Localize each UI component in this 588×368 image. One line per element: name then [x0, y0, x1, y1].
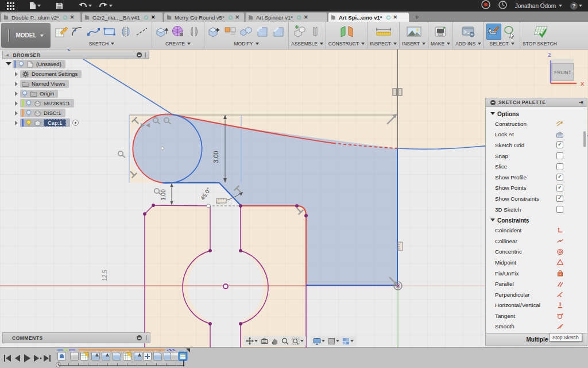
browser-item-cap-active[interactable]: Cap:1 — [2, 118, 149, 128]
dimension-radial-value[interactable]: 12.5 — [102, 270, 108, 281]
new-tab-button[interactable]: + — [410, 12, 424, 22]
browser-item-document-settings[interactable]: Document Settings — [2, 69, 149, 79]
extrude-button[interactable] — [154, 24, 169, 40]
document-tab-5-active[interactable]: Art Spi...emo v1* ✕ — [328, 12, 409, 22]
sketch-center-point[interactable] — [223, 284, 228, 289]
document-tab-2[interactable]: G2r2_ma..._BA v41 ✕ — [82, 12, 163, 22]
section-expand-icon[interactable] — [490, 112, 495, 117]
pan-icon[interactable] — [270, 337, 279, 346]
expand-arrow-icon[interactable] — [15, 121, 18, 125]
slice-checkbox[interactable] — [556, 163, 563, 170]
browser-item-disc[interactable]: DISC:1 — [2, 108, 149, 118]
timeline-feature[interactable] — [143, 352, 152, 361]
help-menu[interactable]: ? — [570, 2, 582, 10]
fillet-button[interactable] — [255, 24, 270, 40]
insert-group-label[interactable]: INSERT — [402, 41, 425, 47]
tab-close-icon[interactable]: ✕ — [393, 14, 398, 20]
browser-item-5972k91[interactable]: 5972K91:1 — [2, 98, 149, 108]
panel-edge-handle[interactable] — [145, 52, 148, 57]
collinear-icon[interactable] — [556, 237, 564, 244]
workspace-switcher[interactable]: MODEL — [1, 23, 51, 48]
timeline-feature[interactable] — [57, 352, 66, 361]
viewports-icon[interactable] — [342, 337, 354, 346]
palette-option-3d-sketch[interactable]: 3D Sketch — [486, 204, 587, 215]
tangent-icon[interactable] — [556, 312, 564, 319]
snap-checkbox[interactable] — [556, 152, 563, 159]
comments-bar[interactable]: COMMENTS — [2, 332, 150, 343]
undo-icon[interactable] — [78, 2, 92, 9]
panel-edge-handle[interactable] — [146, 335, 149, 340]
timeline-feature[interactable] — [171, 352, 179, 361]
change-parameters-button[interactable] — [223, 24, 238, 40]
sketch-rectangle-button[interactable] — [102, 24, 117, 40]
modify-group-label[interactable]: MODIFY — [234, 41, 258, 47]
visibility-bulb-icon[interactable] — [26, 100, 32, 107]
sketch-construction-line-button[interactable] — [134, 24, 149, 40]
visibility-bulb-icon[interactable] — [26, 120, 32, 126]
show-profile-checkbox[interactable] — [556, 174, 563, 181]
modeling-canvas[interactable]: 3.00 1.00 45.0° 12.5 — [0, 49, 588, 347]
section-expand-icon[interactable] — [490, 218, 495, 224]
constraint-parallel[interactable]: Parallel — [486, 278, 587, 289]
create-sketch-button[interactable] — [54, 24, 69, 40]
visibility-bulb-icon[interactable] — [26, 110, 32, 117]
construct-group-label[interactable]: CONSTRUCT — [328, 41, 365, 47]
constraint-horizontal-vertical[interactable]: Horizontal/Vertical — [486, 300, 587, 311]
sketch-spline-button[interactable] — [86, 24, 101, 40]
constraint-smooth[interactable]: Smooth — [486, 321, 587, 332]
palette-option-show-points[interactable]: Show Points — [486, 183, 587, 194]
palette-option-snap[interactable]: Snap — [486, 151, 587, 162]
tab-close-icon[interactable]: ✕ — [70, 14, 75, 20]
addins-group-label[interactable]: ADD-INS — [455, 41, 481, 47]
timeline-playback-controls[interactable] — [3, 353, 52, 363]
make-3dprint-button[interactable] — [432, 24, 449, 40]
expand-arrow-icon[interactable] — [15, 101, 18, 106]
constraint-coincident[interactable]: Coincident — [486, 225, 587, 236]
tab-close-icon[interactable]: ✕ — [235, 14, 240, 20]
joint-button[interactable] — [308, 24, 323, 40]
constraint-perpendicular[interactable]: Perpendicular — [486, 289, 587, 300]
ruler-glyph-horizontal-icon[interactable] — [216, 198, 226, 203]
effects-icon[interactable] — [327, 337, 340, 346]
viewcube-top-edge[interactable] — [552, 59, 574, 63]
timeline-position-marker[interactable] — [183, 361, 184, 366]
view-cube[interactable]: FRONT Z X — [534, 51, 588, 98]
expand-arrow-icon[interactable] — [6, 62, 11, 68]
visibility-bulb-icon[interactable] — [22, 90, 28, 97]
press-pull-button[interactable] — [207, 24, 222, 40]
show-constraints-checkbox[interactable] — [556, 195, 563, 202]
constraint-fix-unfix[interactable]: Fix/UnFix — [486, 268, 587, 279]
timeline-marker-line[interactable] — [59, 363, 184, 366]
tab-close-icon[interactable]: ✕ — [151, 14, 156, 20]
constraint-concentric[interactable]: Concentric — [486, 247, 587, 258]
orbit-icon[interactable] — [245, 336, 258, 346]
new-component-button[interactable] — [292, 24, 307, 40]
sketch-arc-button[interactable] — [70, 24, 85, 40]
chamfer-button[interactable] — [271, 24, 286, 40]
create-group-label[interactable]: CREATE — [165, 41, 191, 47]
palette-option-sketch-grid[interactable]: Sketch Grid — [486, 140, 587, 151]
stop-sketch-label[interactable]: STOP SKETCH — [523, 41, 557, 47]
look-at-icon[interactable] — [260, 337, 269, 345]
construction-icon[interactable] — [556, 120, 564, 127]
document-tab-3[interactable]: Merry Go Round v5* ✕ — [164, 12, 245, 22]
ruler-glyph-vertical-icon[interactable] — [398, 242, 403, 251]
create-mirror-button[interactable] — [187, 24, 202, 40]
sketch-mirror-button[interactable] — [118, 24, 133, 40]
comment-bubble-icon[interactable] — [137, 335, 142, 340]
expand-arrow-icon[interactable] — [15, 91, 18, 96]
coincident-icon[interactable] — [556, 227, 564, 234]
make-group-label[interactable]: MAKE — [431, 41, 450, 47]
timeline-feature[interactable] — [102, 352, 110, 361]
redo-icon[interactable] — [99, 2, 113, 9]
timeline-feature[interactable] — [113, 352, 121, 361]
timeline-feature[interactable] — [91, 352, 100, 361]
parallel-icon[interactable] — [556, 281, 564, 288]
viewcube-face-label[interactable]: FRONT — [554, 70, 571, 75]
document-tab-1[interactable]: Double P...ulum v2* ✕ — [1, 12, 81, 22]
3d-sketch-checkbox[interactable] — [556, 206, 563, 213]
inspect-group-label[interactable]: INSPECT — [370, 41, 397, 47]
midpoint-icon[interactable] — [556, 259, 564, 266]
palette-option-show-profile[interactable]: Show Profile — [486, 172, 587, 183]
palette-option-slice[interactable]: Slice — [486, 161, 587, 172]
